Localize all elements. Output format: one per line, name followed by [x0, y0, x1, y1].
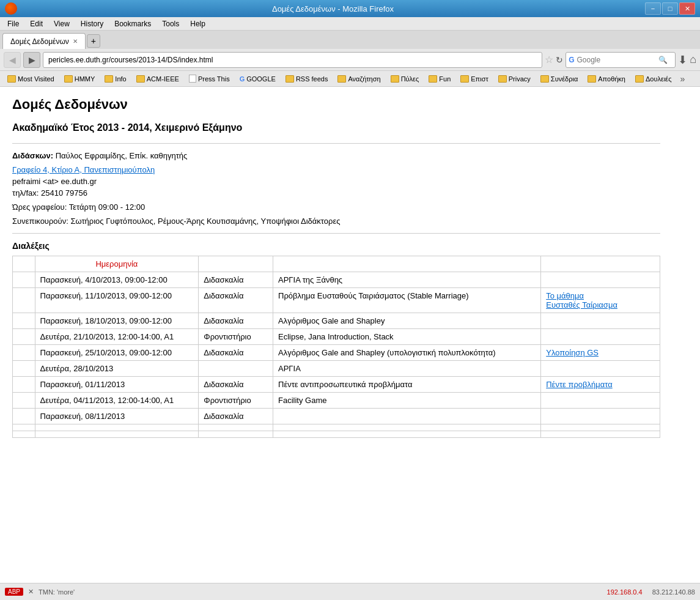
address-bar[interactable] — [43, 52, 542, 68]
window-controls[interactable]: − □ ✕ — [645, 2, 695, 15]
bookmark-label: Αποθήκη — [598, 75, 625, 83]
office-link[interactable]: Γραφείο 4, Κτίριο Α, Πανεπιστημιούπολη — [12, 165, 155, 174]
menu-help[interactable]: Help — [185, 18, 210, 29]
table-cell-date: Παρασκευή, 08/11/2013 — [35, 409, 199, 424]
bookmarks-more-icon[interactable]: » — [680, 74, 685, 84]
bookmark-info[interactable]: Info — [101, 74, 130, 84]
adblock-close[interactable]: ✕ — [28, 588, 34, 596]
bookmark-fun[interactable]: Fun — [425, 74, 454, 84]
menu-tools[interactable]: Tools — [157, 18, 184, 29]
tab-bar: Δομές Δεδομένων ✕ + — [0, 31, 700, 49]
remote-ip: 83.212.140.88 — [652, 588, 695, 596]
home-icon[interactable]: ⌂ — [690, 53, 696, 66]
tmn-label: TMN: 'more' — [39, 588, 75, 596]
menu-bar: File Edit View History Bookmarks Tools H… — [0, 17, 700, 31]
bookmark-epist[interactable]: Επιστ — [457, 74, 492, 84]
table-cell-desc — [273, 431, 541, 438]
table-header-desc — [273, 256, 541, 272]
table-cell-type: Διδασκαλία — [199, 272, 273, 288]
close-button[interactable]: ✕ — [679, 2, 695, 15]
download-icon[interactable]: ⬇ — [678, 53, 687, 67]
bookmark-apothiki[interactable]: Αποθήκη — [584, 74, 629, 84]
refresh-icon[interactable]: ↻ — [556, 55, 563, 65]
bookmark-douliees[interactable]: Δουλειές — [632, 74, 676, 84]
google-icon: G — [240, 75, 245, 83]
table-cell-link — [541, 424, 660, 431]
table-cell-date: Παρασκευή, 25/10/2013, 09:00-12:00 — [35, 345, 199, 361]
menu-file[interactable]: File — [2, 18, 24, 29]
bookmark-most-visited[interactable]: Most Visited — [4, 74, 58, 84]
bookmark-hmmy[interactable]: HMMY — [61, 74, 99, 84]
bookmark-press-this[interactable]: Press This — [185, 73, 234, 84]
table-link[interactable]: Υλοποίηση GS — [546, 348, 599, 357]
table-cell-num — [13, 409, 35, 424]
forward-button[interactable]: ▶ — [23, 52, 40, 68]
tab-label: Δομές Δεδομένων — [10, 37, 69, 46]
table-link[interactable]: Πέντε προβλήματα — [546, 380, 613, 389]
bookmark-google[interactable]: G GOOGLE — [236, 74, 279, 84]
firefox-icon — [5, 2, 17, 15]
table-cell-num — [13, 313, 35, 329]
table-cell-type — [199, 431, 273, 438]
menu-view[interactable]: View — [49, 18, 75, 29]
table-link[interactable]: Το μάθημα — [546, 291, 584, 300]
bookmark-rss[interactable]: RSS feeds — [282, 74, 332, 84]
page-icon — [189, 75, 196, 83]
menu-bookmarks[interactable]: Bookmarks — [109, 18, 156, 29]
instructor-name: Παύλος Εφραιμίδης, Επίκ. καθηγητής — [56, 151, 188, 160]
window-title: Δομές Δεδομένων - Mozilla Firefox — [21, 4, 645, 13]
table-cell-date: Δευτέρα, 28/10/2013 — [35, 361, 199, 377]
folder-icon — [7, 75, 16, 83]
minimize-button[interactable]: − — [645, 2, 661, 15]
tab-close-button[interactable]: ✕ — [73, 38, 78, 45]
bookmark-label: Info — [115, 75, 126, 83]
table-cell-date — [35, 431, 199, 438]
table-cell-link — [541, 361, 660, 377]
table-row: Παρασκευή, 4/10/2013, 09:00-12:00Διδασκα… — [13, 272, 660, 288]
maximize-button[interactable]: □ — [662, 2, 678, 15]
bookmark-label: Συνέδρια — [551, 75, 578, 83]
content-wrapper: Δομές Δεδομένων Ακαδημαϊκό Έτος 2013 - 2… — [0, 87, 700, 583]
menu-edit[interactable]: Edit — [25, 18, 48, 29]
table-link2[interactable]: Ευσταθές Ταίριασμα — [546, 300, 617, 309]
bookmark-star-icon[interactable]: ☆ — [545, 54, 553, 65]
table-cell-num — [13, 288, 35, 313]
table-row: Δευτέρα, 28/10/2013ΑΡΓΙΑ — [13, 361, 660, 377]
bookmark-label: RSS feeds — [296, 75, 328, 83]
bookmark-acm-ieee[interactable]: ACM-IEEE — [133, 74, 183, 84]
bookmarks-bar: Most Visited HMMY Info ACM-IEEE Press Th… — [0, 71, 700, 87]
bookmark-privacy[interactable]: Privacy — [495, 74, 534, 84]
google-search-bar[interactable]: G 🔍 — [566, 52, 676, 68]
table-cell-num — [13, 377, 35, 393]
new-tab-button[interactable]: + — [87, 34, 100, 48]
folder-icon — [460, 75, 469, 83]
tab-active[interactable]: Δομές Δεδομένων ✕ — [2, 33, 86, 49]
table-cell-desc — [273, 424, 541, 431]
table-cell-type: Διδασκαλία — [199, 345, 273, 361]
table-cell-desc: ΑΡΓΙΑ της Ξάνθης — [273, 272, 541, 288]
table-cell-desc — [273, 409, 541, 424]
bookmark-label: Most Visited — [18, 75, 54, 83]
bookmark-search[interactable]: Αναζήτηση — [334, 74, 384, 84]
bookmark-synedria[interactable]: Συνέδρια — [537, 74, 581, 84]
table-row: Παρασκευή, 11/10/2013, 09:00-12:00Διδασκ… — [13, 288, 660, 313]
google-search-input[interactable] — [577, 56, 656, 64]
status-right: 192.168.0.4 83.212.140.88 — [607, 588, 695, 596]
bookmark-label: Fun — [439, 75, 451, 83]
status-left: ABP ✕ TMN: 'more' — [5, 588, 75, 596]
search-icon[interactable]: 🔍 — [656, 56, 670, 64]
table-row: Παρασκευή, 25/10/2013, 09:00-12:00Διδασκ… — [13, 345, 660, 361]
bookmark-label: Αναζήτηση — [348, 75, 380, 83]
academic-year: Ακαδημαϊκό Έτος 2013 - 2014, Χειμερινό Ε… — [12, 122, 660, 133]
table-row — [13, 431, 660, 438]
table-cell-date: Παρασκευή, 4/10/2013, 09:00-12:00 — [35, 272, 199, 288]
bookmark-pyles[interactable]: Πύλες — [387, 74, 423, 84]
menu-history[interactable]: History — [76, 18, 108, 29]
table-cell-link — [541, 393, 660, 409]
divider2 — [12, 233, 660, 234]
table-cell-link: Το μάθημαΕυσταθές Ταίριασμα — [541, 288, 660, 313]
table-row — [13, 424, 660, 431]
bookmark-label: GOOGLE — [246, 75, 276, 83]
back-button[interactable]: ◀ — [4, 52, 21, 68]
table-cell-link — [541, 313, 660, 329]
